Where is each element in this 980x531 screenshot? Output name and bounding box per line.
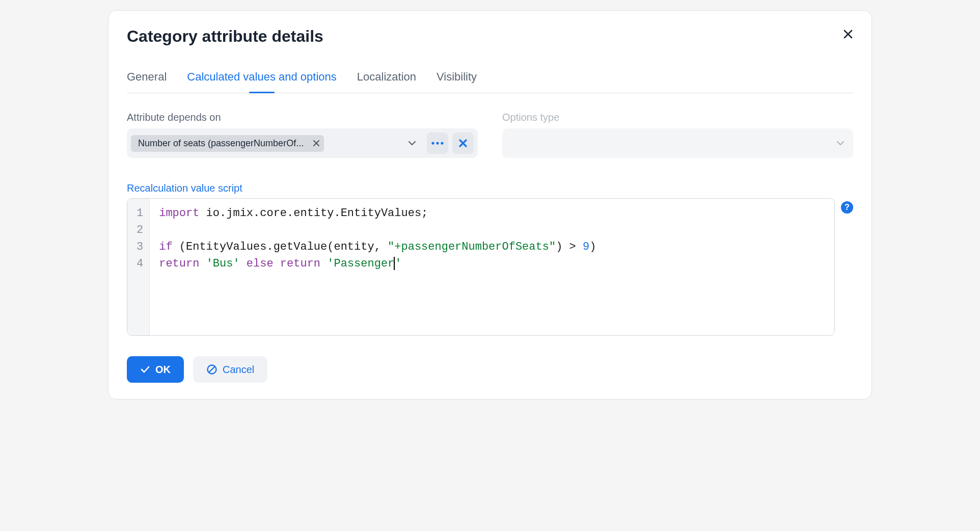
dialog-title: Category attribute details bbox=[127, 27, 853, 46]
depends-on-label: Attribute depends on bbox=[127, 112, 478, 123]
ok-label: OK bbox=[155, 364, 171, 376]
cancel-icon bbox=[206, 364, 217, 375]
line-gutter: 1234 bbox=[127, 199, 150, 335]
code-area[interactable]: import io.jmix.core.entity.EntityValues;… bbox=[150, 199, 834, 335]
depends-on-chip: Number of seats (passengerNumberOf... bbox=[131, 135, 324, 152]
cancel-button[interactable]: Cancel bbox=[193, 356, 267, 383]
depends-on-input[interactable]: Number of seats (passengerNumberOf... bbox=[127, 128, 478, 158]
chevron-down-icon bbox=[836, 139, 845, 148]
svg-point-0 bbox=[431, 142, 434, 144]
svg-point-2 bbox=[441, 142, 443, 144]
check-icon bbox=[140, 364, 150, 375]
chevron-down-icon[interactable] bbox=[401, 132, 423, 154]
close-icon[interactable] bbox=[843, 29, 853, 39]
ok-button[interactable]: OK bbox=[127, 356, 184, 383]
tabs: General Calculated values and options Lo… bbox=[127, 70, 853, 93]
svg-line-4 bbox=[209, 367, 215, 373]
dialog-footer: OK Cancel bbox=[127, 356, 853, 383]
tab-calculated[interactable]: Calculated values and options bbox=[187, 70, 337, 93]
options-type-label: Options type bbox=[502, 112, 853, 123]
more-options-icon[interactable] bbox=[427, 132, 448, 154]
tab-general[interactable]: General bbox=[127, 70, 167, 93]
help-icon[interactable]: ? bbox=[841, 201, 853, 214]
tab-localization[interactable]: Localization bbox=[357, 70, 416, 93]
clear-icon[interactable] bbox=[452, 132, 474, 154]
tab-visibility[interactable]: Visibility bbox=[437, 70, 477, 93]
depends-on-chip-area: Number of seats (passengerNumberOf... bbox=[131, 132, 397, 154]
cancel-label: Cancel bbox=[223, 364, 254, 376]
chip-label: Number of seats (passengerNumberOf... bbox=[138, 138, 304, 149]
chip-remove-icon[interactable] bbox=[313, 140, 320, 147]
svg-point-1 bbox=[436, 142, 439, 144]
dialog: Category attribute details General Calcu… bbox=[108, 10, 872, 400]
script-editor[interactable]: 1234 import io.jmix.core.entity.EntityVa… bbox=[127, 198, 835, 336]
script-label: Recalculation value script bbox=[127, 182, 853, 194]
options-type-select[interactable] bbox=[502, 128, 853, 158]
